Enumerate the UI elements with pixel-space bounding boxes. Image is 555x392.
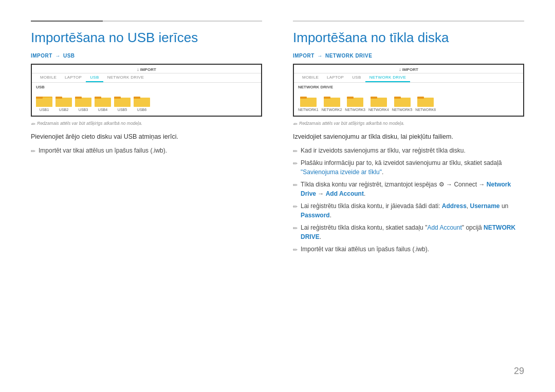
svg-rect-7	[75, 98, 91, 107]
download-icon-right: ↓	[399, 67, 401, 72]
file-network3: NETWORK3	[345, 94, 365, 111]
svg-rect-5	[55, 98, 72, 107]
left-device-tabs: MOBILE LAPTOP USB NETWORK DRIVE	[32, 73, 261, 83]
bullet-icon-right-3: ✏	[293, 181, 298, 190]
download-icon-left: ↓	[137, 67, 139, 72]
file-network1: NETWORK1	[298, 94, 319, 111]
svg-rect-19	[347, 98, 363, 107]
folder-icon-usb1	[36, 94, 52, 107]
folder-icon-network2	[324, 94, 340, 107]
svg-rect-18	[324, 97, 330, 99]
file-label-usb3: USB3	[79, 108, 88, 111]
file-usb2: USB2	[55, 94, 72, 111]
folder-icon-usb6	[134, 94, 150, 107]
left-section-label: USB	[32, 83, 261, 90]
bullet-icon-right-2: ✏	[293, 159, 298, 168]
tab-mobile-right[interactable]: MOBILE	[298, 73, 323, 82]
file-network6: NETWORK6	[415, 94, 436, 111]
left-breadcrumb: IMPORT → USB	[31, 53, 262, 59]
svg-rect-6	[55, 97, 62, 99]
svg-rect-11	[114, 98, 131, 107]
file-usb6: USB6	[134, 94, 150, 111]
link-savienojuma[interactable]: "Savienojuma izveide ar tīklu"	[301, 169, 382, 176]
right-bullet-2: ✏ Plašāku informāciju par to, kā izveido…	[293, 158, 524, 177]
svg-rect-3	[36, 98, 52, 107]
right-column: Importēšana no tīkla diska IMPORT → NETW…	[293, 21, 524, 371]
page-number: 29	[514, 366, 524, 377]
left-bullet-1: ✏ Importēt var tikai attēlus un īpašus f…	[31, 146, 262, 156]
bullet-icon-right-4: ✏	[293, 202, 298, 211]
folder-icon-network4	[371, 94, 387, 107]
right-light-line	[293, 21, 524, 22]
file-network4: NETWORK4	[368, 94, 389, 111]
left-top-line	[31, 21, 262, 22]
folder-icon-usb3	[75, 94, 91, 107]
tab-usb-right[interactable]: USB	[348, 73, 365, 82]
left-section-title: Importēšana no USB ierīces	[31, 30, 262, 46]
tab-networkdrive-left[interactable]: NETWORK DRIVE	[103, 73, 148, 82]
bullet-icon-right-6: ✏	[293, 246, 298, 254]
file-label-network6: NETWORK6	[415, 108, 436, 111]
right-bullet-text-3: Tīkla diska kontu var reģistrēt, izmanto…	[301, 180, 524, 198]
file-label-usb5: USB5	[118, 108, 127, 111]
tab-laptop-left[interactable]: LAPTOP	[61, 73, 86, 82]
left-device-mockup: ↓ IMPORT MOBILE LAPTOP USB NETWORK DRIVE…	[31, 64, 262, 117]
right-device-header: ↓ IMPORT	[294, 65, 523, 73]
right-bullet-text-1: Kad ir izveidots savienojums ar tīklu, v…	[301, 146, 524, 155]
tab-mobile-left[interactable]: MOBILE	[36, 73, 61, 82]
svg-rect-26	[417, 97, 424, 99]
folder-icon-usb5	[114, 94, 131, 107]
svg-rect-10	[95, 97, 101, 99]
file-label-network2: NETWORK2	[322, 108, 342, 111]
note-icon-left: ✏	[31, 121, 35, 127]
file-network5: NETWORK5	[392, 94, 413, 111]
svg-rect-22	[371, 97, 377, 99]
right-section-title: Importēšana no tīkla diska	[293, 30, 524, 46]
svg-rect-16	[300, 97, 307, 99]
right-bullet-5: ✏ Lai reģistrētu tīkla diska kontu, skat…	[293, 223, 524, 241]
right-mockup-note: ✏ Redzamais attēls var būt atšķirīgs atk…	[293, 121, 524, 127]
file-usb3: USB3	[75, 94, 91, 111]
bullet-icon-right-1: ✏	[293, 147, 298, 156]
right-bullet-text-6: Importēt var tikai attēlus un īpašus fai…	[301, 245, 524, 254]
import-label-right: IMPORT	[402, 67, 418, 72]
link-add-account[interactable]: Add Account	[427, 224, 461, 231]
left-dark-line	[31, 21, 103, 22]
tab-laptop-right[interactable]: LAPTOP	[323, 73, 348, 82]
right-bullet-text-2: Plašāku informāciju par to, kā izveidot …	[301, 158, 524, 177]
columns-layout: Importēšana no USB ierīces IMPORT → USB …	[31, 21, 524, 371]
folder-icon-usb2	[55, 94, 72, 107]
page-container: Importēšana no USB ierīces IMPORT → USB …	[0, 0, 555, 392]
right-bullet-4: ✏ Lai reģistrētu tīkla diska kontu, ir j…	[293, 201, 524, 220]
left-body-text: Pievienojiet ārējo cieto disku vai USB a…	[31, 132, 262, 142]
svg-rect-25	[417, 98, 434, 107]
left-mockup-note: ✏ Redzamais attēls var būt atšķirīgs atk…	[31, 121, 262, 127]
bullet-icon-left-1: ✏	[31, 147, 35, 156]
file-label-network3: NETWORK3	[345, 108, 365, 111]
right-bullet-6: ✏ Importēt var tikai attēlus un īpašus f…	[293, 245, 524, 254]
file-label-usb4: USB4	[98, 108, 107, 111]
right-bullet-text-5: Lai reģistrētu tīkla diska kontu, skatie…	[301, 223, 524, 241]
folder-icon-network1	[300, 94, 317, 107]
file-usb4: USB4	[95, 94, 111, 111]
import-label-left: IMPORT	[140, 67, 156, 72]
right-section-label: NETWORK DRIVE	[294, 83, 523, 90]
svg-rect-20	[347, 97, 354, 99]
bullet-icon-right-5: ✏	[293, 224, 298, 233]
left-column: Importēšana no USB ierīces IMPORT → USB …	[31, 21, 262, 371]
svg-rect-9	[95, 98, 111, 107]
svg-rect-21	[371, 98, 387, 107]
left-device-files: USB1 USB2 USB3	[32, 90, 261, 116]
right-bullet-1: ✏ Kad ir izveidots savienojums ar tīklu,…	[293, 146, 524, 156]
right-top-line	[293, 21, 524, 22]
tab-usb-left[interactable]: USB	[86, 73, 103, 82]
right-body-text: Izveidojiet savienojumu ar tīkla disku, …	[293, 132, 524, 142]
folder-icon-network5	[394, 94, 411, 107]
file-label-usb6: USB6	[137, 108, 146, 111]
file-label-usb1: USB1	[40, 108, 49, 111]
file-usb1: USB1	[36, 94, 52, 111]
svg-rect-24	[394, 97, 401, 99]
svg-rect-14	[134, 97, 140, 99]
right-device-tabs: MOBILE LAPTOP USB NETWORK DRIVE	[294, 73, 523, 83]
tab-networkdrive-right[interactable]: NETWORK DRIVE	[365, 73, 410, 82]
